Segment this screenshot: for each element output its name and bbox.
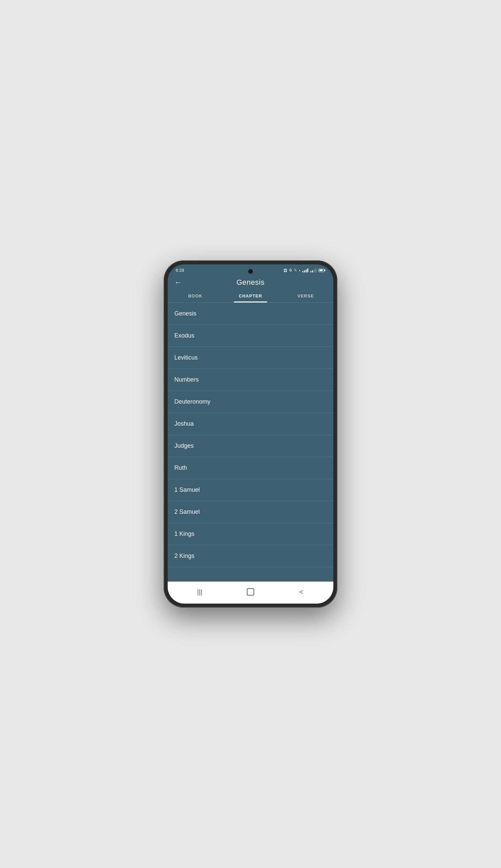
list-item-genesis[interactable]: Genesis <box>168 303 333 325</box>
back-nav-button[interactable]: < <box>295 587 308 597</box>
list-item-ruth[interactable]: Ruth <box>168 457 333 479</box>
status-icons: 🖼 G 𝕏 • <box>284 268 325 272</box>
phone-screen: 6:28 🖼 G 𝕏 • <box>168 264 333 604</box>
status-time: 6:28 <box>176 268 184 273</box>
list-item-numbers[interactable]: Numbers <box>168 369 333 391</box>
page-title: Genesis <box>236 278 265 287</box>
list-item-judges[interactable]: Judges <box>168 435 333 457</box>
twitter-icon: 𝕏 <box>294 268 297 272</box>
list-item-leviticus[interactable]: Leviticus <box>168 347 333 369</box>
signal-bars-icon <box>302 268 308 272</box>
list-item-1samuel[interactable]: 1 Samuel <box>168 479 333 501</box>
list-item-exodus[interactable]: Exodus <box>168 325 333 347</box>
list-item-2kings[interactable]: 2 Kings <box>168 545 333 567</box>
list-item-2samuel[interactable]: 2 Samuel <box>168 501 333 523</box>
home-button[interactable] <box>244 587 257 597</box>
camera-notch <box>248 269 253 274</box>
list-item-deuteronomy[interactable]: Deuteronomy <box>168 391 333 413</box>
book-list: Genesis Exodus Leviticus Numbers Deutero… <box>168 303 333 582</box>
gallery-icon: 🖼 <box>284 268 287 272</box>
app-header: ← Genesis <box>168 275 333 290</box>
tab-chapter[interactable]: CHAPTER <box>223 290 278 303</box>
tab-book[interactable]: BOOK <box>168 290 223 303</box>
back-button[interactable]: ← <box>174 278 182 287</box>
recent-apps-button[interactable]: ||| <box>193 587 206 597</box>
back-nav-icon: < <box>299 588 303 596</box>
signal-bars-2-icon <box>310 268 316 272</box>
tab-verse[interactable]: VERSE <box>278 290 333 303</box>
list-item-joshua[interactable]: Joshua <box>168 413 333 435</box>
bottom-nav: ||| < <box>168 582 333 604</box>
dot-icon: • <box>299 268 300 272</box>
google-icon: G <box>289 268 292 272</box>
battery-icon <box>318 269 325 272</box>
recent-apps-icon: ||| <box>197 588 202 596</box>
list-item-1kings[interactable]: 1 Kings <box>168 523 333 545</box>
home-icon <box>247 588 254 596</box>
phone-device: 6:28 🖼 G 𝕏 • <box>164 260 337 608</box>
tabs-container: BOOK CHAPTER VERSE <box>168 290 333 303</box>
back-arrow-icon: ← <box>174 278 182 287</box>
